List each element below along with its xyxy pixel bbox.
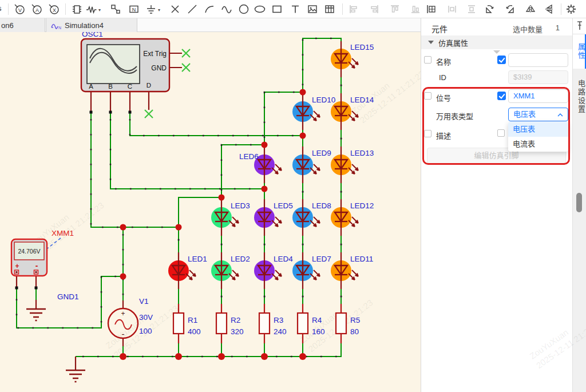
svg-text:Ext Trig: Ext Trig [143, 50, 167, 58]
distribute-vertical-icon[interactable] [466, 3, 477, 15]
align-bottom-icon[interactable] [410, 3, 421, 15]
designator-checkbox[interactable] [424, 92, 431, 100]
svg-text:LED14: LED14 [350, 96, 374, 104]
ic-symbol-icon[interactable] [71, 3, 82, 15]
ellipse-icon[interactable] [254, 3, 266, 15]
rotate-cw-icon[interactable] [505, 3, 516, 15]
svg-text:D: D [146, 82, 151, 89]
svg-text:320: 320 [231, 327, 244, 336]
selected-count-value: 1 [556, 23, 560, 32]
svg-text:V1: V1 [139, 297, 149, 306]
svg-text:-: - [35, 261, 38, 270]
svg-text:-: - [122, 329, 125, 339]
designator-input[interactable]: XMM1 [508, 89, 568, 103]
id-input[interactable]: $3I39 [508, 70, 568, 84]
selected-count-label: 选中数量 [513, 23, 543, 34]
svg-text:LED5: LED5 [274, 201, 293, 210]
svg-text:R1: R1 [188, 316, 197, 324]
resistor-icon[interactable] [86, 3, 97, 15]
svg-text:B: B [108, 83, 113, 90]
circle-icon[interactable] [238, 3, 250, 15]
probe-current-icon[interactable]: A [31, 3, 42, 15]
svg-text:LED9: LED9 [312, 149, 331, 157]
align-right-icon[interactable] [369, 3, 380, 15]
svg-text:LED3: LED3 [231, 201, 250, 210]
svg-text:R2: R2 [231, 316, 240, 324]
no-connect-icon-tool[interactable] [169, 3, 181, 15]
designator-label: 位号 [436, 92, 451, 103]
probe-voltage-icon[interactable]: V [14, 3, 25, 15]
document-tab-bar: on6 N Simulation4 [0, 18, 421, 32]
id-label: ID [439, 73, 446, 82]
flip-horizontal-icon[interactable] [525, 3, 536, 15]
pin-button[interactable] [573, 18, 586, 34]
table-icon[interactable] [324, 3, 335, 15]
align-left-icon[interactable] [348, 3, 359, 15]
option-ammeter[interactable]: 电流表 [508, 137, 568, 152]
svg-text:400: 400 [188, 327, 201, 336]
settings-gear-icon[interactable] [565, 3, 577, 15]
flip-vertical-icon[interactable] [544, 3, 555, 15]
description-visible-checkbox[interactable] [497, 129, 505, 137]
line-icon[interactable] [187, 3, 198, 15]
canvas-background[interactable] [0, 32, 421, 392]
rectangle-icon[interactable] [271, 3, 283, 15]
svg-text:LED15: LED15 [350, 43, 374, 52]
meter-type-select[interactable]: 电压表 [508, 108, 568, 121]
ground-icon[interactable] [145, 3, 157, 15]
designator-visible-checkbox[interactable] [497, 92, 506, 100]
svg-text:80: 80 [350, 327, 359, 336]
name-input[interactable] [508, 53, 568, 67]
svg-text:LED10: LED10 [312, 96, 335, 104]
side-tab-strip: 属性 电路设置 [572, 18, 586, 392]
meter-type-label: 万用表类型 [436, 110, 473, 121]
svg-text:V: V [18, 7, 22, 13]
text-icon[interactable] [290, 3, 301, 15]
option-voltmeter[interactable]: 电压表 [508, 122, 568, 137]
svg-text:LED13: LED13 [350, 149, 374, 157]
svg-text:24.706V: 24.706V [18, 248, 40, 255]
tab-circuit-settings[interactable]: 电路设置 [573, 71, 586, 122]
name-visible-checkbox[interactable] [497, 56, 506, 64]
toolbar: s V A X ▾ N ▾ [0, 0, 586, 18]
svg-text:LED6: LED6 [239, 152, 259, 161]
distribute-horizontal-icon[interactable] [446, 3, 458, 15]
section-simulation-properties[interactable]: 仿真属性 [421, 35, 572, 49]
ground-caret[interactable]: ▾ [158, 7, 160, 13]
svg-text:X: X [53, 7, 56, 13]
svg-text:240: 240 [274, 327, 287, 336]
name-checkbox[interactable] [424, 56, 431, 64]
svg-text:A: A [89, 83, 93, 90]
net-flag-icon[interactable]: N [128, 3, 140, 15]
net-port-icon[interactable] [110, 3, 121, 15]
svg-text:+: + [121, 310, 125, 318]
simulation-waveform-icon: N [51, 21, 61, 30]
align-top-icon[interactable] [389, 3, 401, 15]
svg-text:LED7: LED7 [312, 255, 331, 263]
svg-text:LED11: LED11 [350, 255, 373, 263]
properties-panel: 元件 选中数量 1 仿真属性 名称 ID $3I39 位号 XMM1 万用表类型… [421, 18, 572, 392]
svg-text:C: C [128, 83, 132, 90]
description-label: 描述 [436, 130, 451, 141]
tab-simulation4[interactable]: N Simulation4 [46, 18, 137, 32]
probe-power-icon[interactable]: X [48, 3, 60, 15]
tab-properties[interactable]: 属性 [573, 34, 586, 69]
image-icon[interactable] [307, 3, 318, 15]
resistor-caret[interactable]: ▾ [98, 7, 101, 13]
svg-text:100: 100 [139, 327, 152, 335]
sine-wave-icon[interactable] [221, 3, 232, 15]
tab-simulation6[interactable]: on6 [0, 18, 45, 32]
collapse-handle-icon[interactable] [493, 50, 500, 54]
section-label: 仿真属性 [438, 37, 468, 48]
rotate-ccw-icon[interactable] [484, 3, 495, 15]
svg-text:R5: R5 [350, 316, 360, 324]
section-collapse-icon [428, 41, 434, 44]
oscilloscope-osc1[interactable]: OSC1 Ext Trig GND A B C D [81, 30, 169, 92]
description-checkbox[interactable] [424, 130, 431, 137]
svg-text:A: A [35, 7, 39, 13]
svg-text:160: 160 [312, 327, 325, 336]
svg-text:LED2: LED2 [231, 255, 250, 263]
distribute-grid-icon[interactable] [426, 3, 437, 15]
arc-icon[interactable] [204, 3, 215, 15]
scrollbar-thumb[interactable] [576, 193, 582, 212]
